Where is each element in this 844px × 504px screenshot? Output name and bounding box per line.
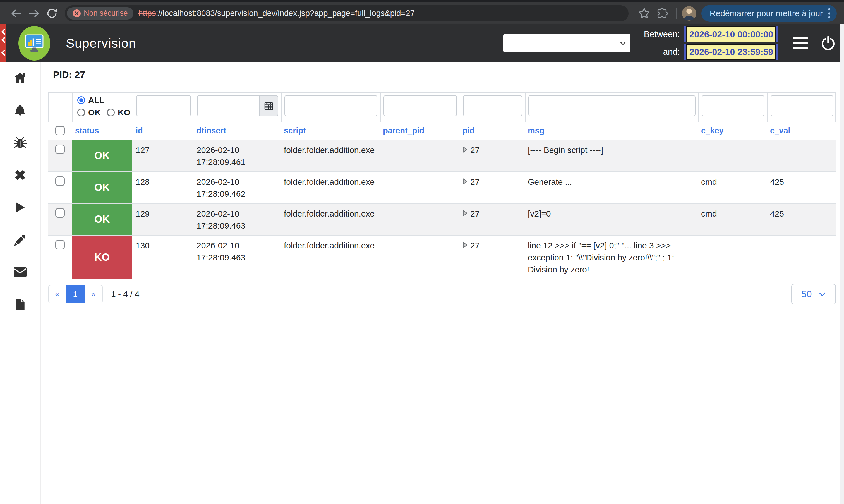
- next-page-button[interactable]: »: [85, 285, 103, 303]
- not-secure-icon: [73, 9, 81, 18]
- pid-filter-input[interactable]: [463, 95, 522, 116]
- relaunch-update-button[interactable]: Redémarrer pour mettre à jour: [701, 5, 837, 22]
- table-row: OK 128 2026-02-1017:28:09.462 folder.fol…: [48, 172, 836, 203]
- expand-play-icon[interactable]: [463, 242, 468, 248]
- script-filter-input[interactable]: [284, 95, 377, 116]
- status-badge: KO: [72, 236, 132, 279]
- table-row: KO 130 2026-02-1017:28:09.463 folder.fol…: [48, 235, 836, 279]
- page-size-select[interactable]: 50: [791, 284, 836, 304]
- c-val-filter-cell: [767, 93, 836, 122]
- bug-icon[interactable]: [14, 137, 26, 148]
- radio-all-icon[interactable]: [77, 96, 85, 104]
- dtinsert-filter-input[interactable]: [197, 95, 259, 116]
- row-checkbox[interactable]: [55, 176, 65, 186]
- url-scheme: https: [139, 8, 156, 18]
- collapse-strip[interactable]: [0, 24, 6, 62]
- pid-filter-cell: [460, 93, 525, 122]
- radio-all[interactable]: ALL: [77, 95, 104, 105]
- cell-dtinsert: 2026-02-1017:28:09.463: [193, 236, 281, 279]
- column-header-status[interactable]: status: [72, 126, 132, 136]
- logs-table: ALL OK KO: [48, 92, 836, 304]
- back-icon[interactable]: [10, 7, 22, 20]
- parent-pid-filter-cell: [380, 93, 460, 122]
- msg-filter-input[interactable]: [528, 95, 696, 116]
- row-checkbox[interactable]: [55, 240, 65, 250]
- status-badge: OK: [72, 204, 132, 235]
- cell-id: 128: [132, 172, 193, 203]
- radio-ko[interactable]: KO: [107, 108, 130, 117]
- cell-c-val: 425: [767, 172, 836, 203]
- date-from-input[interactable]: 2026-02-10 00:00:00: [686, 26, 776, 42]
- c-key-filter-input[interactable]: [702, 95, 765, 116]
- relaunch-update-label: Redémarrer pour mettre à jour: [710, 8, 823, 18]
- chevron-down-icon: [620, 41, 626, 45]
- row-checkbox[interactable]: [55, 208, 65, 218]
- column-header-pid[interactable]: pid: [459, 126, 524, 136]
- radio-ok[interactable]: OK: [77, 108, 101, 117]
- column-header-msg[interactable]: msg: [524, 126, 698, 136]
- home-icon[interactable]: [14, 72, 26, 84]
- pencil-icon[interactable]: [14, 234, 26, 246]
- expand-play-icon[interactable]: [463, 178, 468, 185]
- radio-ok-icon[interactable]: [77, 109, 85, 116]
- select-all-checkbox[interactable]: [55, 126, 65, 136]
- column-header-id[interactable]: id: [132, 126, 193, 136]
- cell-c-key: cmd: [698, 172, 767, 203]
- column-header-dtinsert[interactable]: dtinsert: [193, 126, 281, 136]
- chevron-down-icon: [819, 292, 826, 296]
- forward-icon[interactable]: [28, 7, 40, 20]
- id-filter-input[interactable]: [136, 95, 191, 116]
- scrollbar-gutter[interactable]: [840, 24, 844, 504]
- cell-c-key: [698, 140, 767, 172]
- dtinsert-filter-cell: [194, 93, 281, 122]
- cell-c-val: [767, 140, 836, 172]
- cell-dtinsert: 2026-02-1017:28:09.462: [193, 172, 281, 203]
- radio-ko-icon[interactable]: [107, 109, 115, 116]
- table-row: OK 129 2026-02-1017:28:09.463 folder.fol…: [48, 203, 836, 235]
- browser-menu-icon[interactable]: [828, 8, 831, 19]
- pagination-bar: « 1 » 1 - 4 / 4 50: [48, 284, 836, 304]
- profile-avatar[interactable]: [682, 6, 696, 21]
- chevron-left-icon: [1, 29, 5, 35]
- expand-play-icon[interactable]: [463, 210, 468, 217]
- process-select[interactable]: [503, 34, 630, 52]
- column-header-parent-pid[interactable]: parent_pid: [380, 126, 459, 136]
- msg-filter-cell: [525, 93, 698, 122]
- column-header-c-key[interactable]: c_key: [698, 126, 767, 136]
- column-header-script[interactable]: script: [281, 126, 380, 136]
- filter-row: ALL OK KO: [48, 92, 836, 122]
- url-bar[interactable]: Non sécurisé https://localhost:8083/supe…: [65, 5, 629, 21]
- date-from-wrap: 2026-02-10 00:00:00: [684, 26, 778, 42]
- bookmark-star-icon[interactable]: [638, 7, 650, 20]
- cell-parent-pid: [380, 172, 459, 203]
- parent-pid-filter-input[interactable]: [383, 95, 457, 116]
- bell-icon[interactable]: [14, 104, 26, 116]
- cell-msg: line 12 >>> if "== [v2] 0;" "... line 3 …: [524, 236, 698, 279]
- calendar-button[interactable]: [259, 95, 278, 116]
- play-icon[interactable]: [14, 201, 26, 213]
- cell-msg: [v2]=0: [524, 204, 698, 235]
- envelope-icon[interactable]: [14, 266, 26, 278]
- extensions-puzzle-icon[interactable]: [656, 7, 668, 20]
- c-val-filter-input[interactable]: [771, 95, 833, 116]
- security-badge-label: Non sécurisé: [84, 9, 128, 18]
- expand-play-icon[interactable]: [463, 146, 468, 153]
- security-badge[interactable]: Non sécurisé: [67, 7, 133, 20]
- toolbar-divider: [676, 8, 677, 19]
- date-to-input[interactable]: 2026-02-10 23:59:59: [686, 44, 776, 60]
- menu-hamburger-icon[interactable]: [793, 37, 808, 49]
- close-icon[interactable]: [14, 169, 26, 181]
- cell-c-val: 425: [767, 204, 836, 235]
- power-icon[interactable]: [821, 36, 836, 51]
- page-size-value: 50: [802, 289, 812, 300]
- file-icon[interactable]: [14, 299, 26, 310]
- column-header-c-val[interactable]: c_val: [767, 126, 836, 136]
- row-checkbox[interactable]: [55, 145, 65, 154]
- cell-script: folder.folder.addition.exe: [281, 236, 380, 279]
- pagination-summary: 1 - 4 / 4: [111, 289, 140, 299]
- prev-page-button[interactable]: «: [48, 285, 67, 303]
- and-label: and:: [644, 47, 680, 57]
- current-page-button[interactable]: 1: [67, 285, 85, 303]
- cell-id: 130: [132, 236, 193, 279]
- reload-icon[interactable]: [46, 7, 58, 20]
